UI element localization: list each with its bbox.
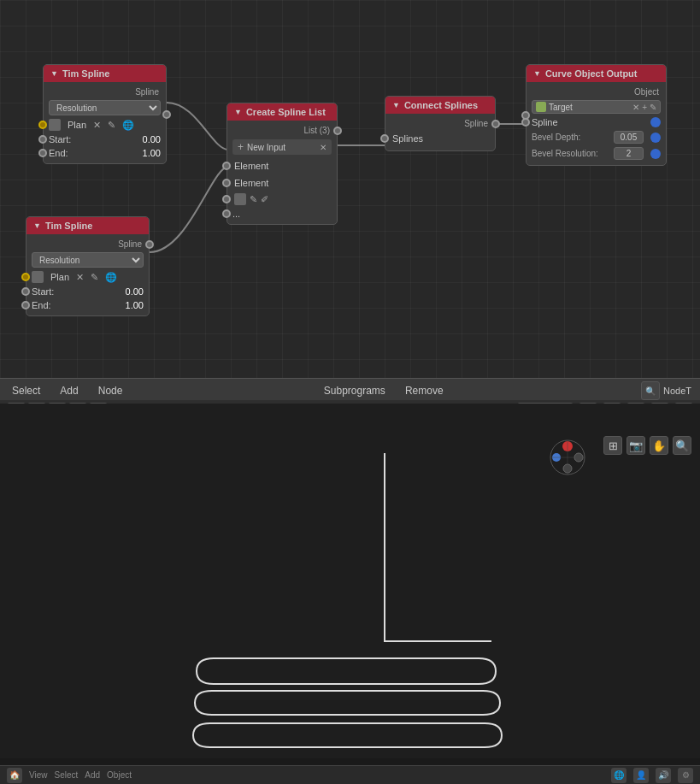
plan-globe-2[interactable]: 🌐	[105, 272, 117, 283]
status-icon-4[interactable]: 🔊	[656, 768, 671, 783]
end-label-2: End:	[32, 300, 122, 310]
node-curve-object-output: ▼ Curve Object Output Object Target ✕ + …	[526, 64, 667, 166]
bevel-depth-dot	[650, 133, 661, 143]
camera-icon[interactable]: 📷	[626, 436, 645, 455]
node-connect-splines: ▼ Connect Splines Spline Splines	[385, 96, 496, 151]
plan-edit[interactable]: ✎	[108, 120, 115, 131]
resolution-row: Resolution	[44, 98, 166, 117]
new-input-close[interactable]: ✕	[320, 143, 326, 152]
node-tim-spline-1: ▼ Tim Spline Spline Resolution Plan ✕ ✎ …	[43, 64, 167, 164]
status-select[interactable]: Select	[55, 770, 79, 780]
plus-icon: +	[238, 141, 244, 153]
bevel-res-label: Bevel Resolution:	[532, 149, 610, 158]
status-bar: 🏠 View Select Add Object 🌐 👤 🔊 ⚙	[0, 765, 700, 784]
csl-pencil2[interactable]: ✐	[261, 194, 268, 205]
plan-icon	[49, 119, 61, 131]
node-csl-title: Create Spline List	[246, 107, 326, 117]
target-row: Target ✕ + ✎	[526, 98, 666, 115]
toolbar-node[interactable]: Node	[95, 383, 126, 398]
node-cs-header: ▼ Connect Splines	[385, 97, 495, 114]
csl-icons-row: ✎ ✐	[227, 192, 337, 207]
node-tim-spline-2: ▼ Tim Spline Spline Resolution Plan ✕ ✎ …	[26, 216, 150, 316]
end-row-2: End: 1.00	[26, 298, 149, 312]
collapse-icon-csl[interactable]: ▼	[234, 108, 242, 116]
plan-x[interactable]: ✕	[93, 120, 101, 131]
start-value[interactable]: 0.00	[143, 134, 161, 144]
toolbar-subprograms[interactable]: Subprograms	[321, 383, 389, 398]
end-value-2[interactable]: 1.00	[126, 300, 144, 310]
coo-object-label: Object	[526, 85, 666, 98]
status-icon-2[interactable]: 🌐	[611, 768, 626, 783]
plan-icon-2	[32, 271, 44, 283]
hand-icon[interactable]: ✋	[650, 436, 668, 455]
search-icon[interactable]: 🔍	[673, 436, 691, 455]
node-type-label: NodeT	[663, 386, 691, 396]
zoom-icon[interactable]: 🔍	[641, 381, 660, 400]
toolbar-remove[interactable]: Remove	[402, 383, 447, 398]
spline-dot	[650, 117, 661, 127]
toolbar-select[interactable]: Select	[9, 383, 44, 398]
node-connections	[0, 0, 700, 385]
list-output-label: List (3)	[227, 124, 337, 137]
bevel-depth-row: Bevel Depth: 0.05	[526, 129, 666, 145]
node-csl-header: ▼ Create Spline List	[227, 103, 337, 121]
resolution-select-2[interactable]: Resolution	[32, 252, 144, 268]
spline-output-label: Spline	[44, 85, 166, 98]
node-tim-spline-2-title: Tim Spline	[45, 221, 92, 231]
bevel-depth-value[interactable]: 0.05	[614, 131, 644, 144]
mesh-icon	[536, 102, 546, 112]
csl-icon-1[interactable]	[234, 193, 246, 205]
start-row-2: Start: 0.00	[26, 285, 149, 298]
status-icon-1[interactable]: 🏠	[7, 768, 22, 783]
node-coo-header: ▼ Curve Object Output	[526, 65, 666, 82]
element-row-1: Element	[227, 157, 337, 174]
bevel-res-dot	[650, 149, 661, 159]
resolution-select[interactable]: Resolution	[49, 100, 161, 115]
start-row: Start: 0.00	[44, 133, 166, 146]
collapse-icon-coo[interactable]: ▼	[533, 69, 541, 78]
plan-x-2[interactable]: ✕	[76, 272, 84, 283]
element-row-2: Element	[227, 174, 337, 192]
status-add[interactable]: Add	[85, 770, 100, 780]
bevel-res-value[interactable]: 2	[614, 147, 644, 160]
target-edit[interactable]: ✎	[650, 103, 656, 112]
node-tim-spline-2-header: ▼ Tim Spline	[26, 217, 149, 234]
spline-input-row: Spline	[526, 115, 666, 129]
start-label-2: Start:	[32, 286, 122, 297]
spline-input-label: Spline	[532, 117, 647, 127]
plan-edit-2[interactable]: ✎	[91, 272, 98, 283]
status-icon-3[interactable]: 👤	[633, 768, 649, 783]
bevel-resolution-row: Bevel Resolution: 2	[526, 145, 666, 162]
target-add[interactable]: +	[642, 103, 647, 112]
target-label: Target	[549, 103, 573, 112]
end-value[interactable]: 1.00	[143, 148, 161, 158]
start-label: Start:	[49, 134, 139, 144]
plan-globe[interactable]: 🌐	[122, 120, 134, 131]
target-x[interactable]: ✕	[632, 103, 639, 112]
collapse-icon-2[interactable]: ▼	[33, 221, 41, 230]
cs-splines-input: Splines	[385, 130, 495, 147]
grid-icon[interactable]: ⊞	[603, 436, 622, 455]
toolbar-add[interactable]: Add	[56, 383, 81, 398]
cs-spline-output: Spline	[385, 117, 495, 130]
collapse-icon-cs[interactable]: ▼	[392, 101, 400, 109]
viewport-right-icons: ⊞ 📷 ✋ 🔍	[603, 436, 691, 455]
end-label: End:	[49, 148, 139, 158]
status-view[interactable]: View	[29, 770, 48, 780]
start-value-2[interactable]: 0.00	[126, 286, 144, 297]
csl-pencil[interactable]: ✎	[250, 194, 257, 205]
3d-viewport: Graphic n Nodes Object Container | Cube …	[0, 404, 700, 758]
csl-more-row: ...	[227, 207, 337, 221]
node-coo-title: Curve Object Output	[545, 68, 638, 79]
new-input-button[interactable]: + New Input ✕	[232, 139, 332, 155]
collapse-icon-1[interactable]: ▼	[50, 69, 58, 78]
bevel-depth-label: Bevel Depth:	[532, 133, 610, 142]
node-editor: ▼ Tim Spline Spline Resolution Plan ✕ ✎ …	[0, 0, 700, 385]
node-tim-spline-1-title: Tim Spline	[62, 68, 109, 79]
status-object[interactable]: Object	[107, 770, 132, 780]
new-input-label: New Input	[247, 143, 285, 152]
node-create-spline-list: ▼ Create Spline List List (3) + New Inpu…	[226, 103, 338, 225]
plan-row: Plan ✕ ✎ 🌐	[44, 117, 166, 133]
status-icon-5[interactable]: ⚙	[678, 768, 693, 783]
target-field[interactable]: Target ✕ + ✎	[532, 100, 661, 114]
